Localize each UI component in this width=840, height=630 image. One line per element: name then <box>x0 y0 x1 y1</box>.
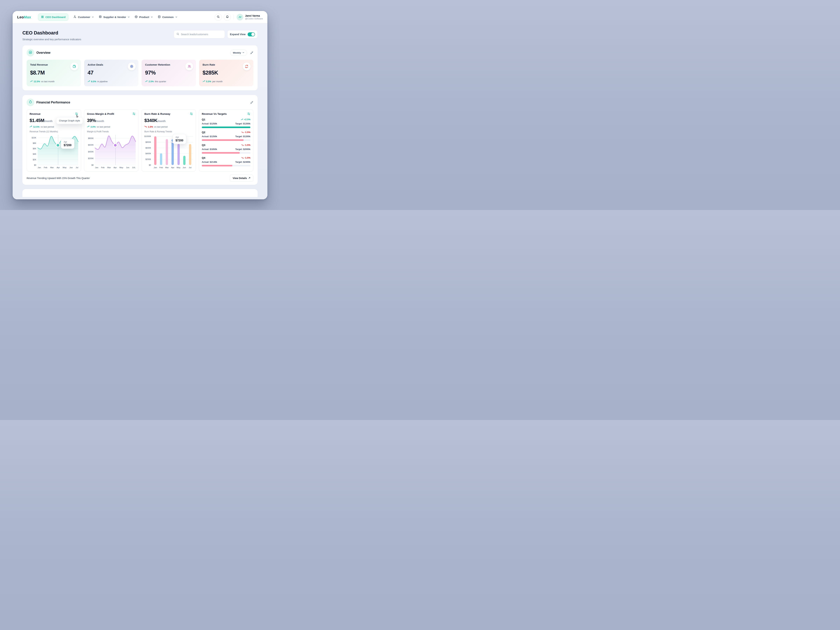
tooltip-text: Change Graph style <box>59 119 80 122</box>
page-header-actions: Expand View <box>174 30 257 38</box>
change-value: -1.5% <box>245 131 250 134</box>
nav-item-supplier-vendor[interactable]: Supplier & Vendor <box>99 15 129 19</box>
panel-title: Gross Margin & Profit <box>87 112 114 115</box>
overview-stats: Total Revenue $8.7M 12.5% vs last month … <box>27 60 253 86</box>
app-bar: LeoMax CEO Dashboard Customer Supplier &… <box>13 11 267 23</box>
stat-card-customer-retention[interactable]: Customer Retention 97% 2.5% this quarter <box>142 60 196 86</box>
search-button[interactable] <box>215 14 222 21</box>
highlight-dot <box>57 144 59 147</box>
stat-card-burn-rate[interactable]: Burn Rate $285K 5.5% per month <box>199 60 254 86</box>
change-graph-style-icon[interactable] <box>132 112 136 115</box>
user-meta: Janvi Varma @Codex Software <box>245 14 263 20</box>
wallet-icon <box>70 63 78 70</box>
trend-value: 1.5% <box>148 125 153 128</box>
change-graph-style-tooltip: Change Graph style <box>56 117 83 124</box>
search-input[interactable] <box>181 33 222 36</box>
progress-track <box>202 139 250 141</box>
nav-label: Common <box>162 16 174 19</box>
panel-revenue-vs-targets: Revenue Vs Targets Q1 +2.5% Actual <box>199 109 253 172</box>
nav-item-product[interactable]: Product <box>134 15 153 19</box>
chart-label: Margin & Profit Trends <box>87 130 136 133</box>
change-value: +2.5% <box>244 118 250 121</box>
stat-value: $8.7M <box>30 69 77 76</box>
trend-value: 3.0% <box>90 125 96 128</box>
financial-controls <box>250 101 253 104</box>
logo-leo: Leo <box>17 15 24 19</box>
trend-label: this quarter <box>155 80 166 83</box>
tooltip-value: $7200 <box>175 139 183 142</box>
grid-icon <box>41 16 44 19</box>
stat-trend: 12.5% vs last month <box>30 80 77 83</box>
overview-controls: Weekly <box>230 50 253 56</box>
plot-area <box>95 135 136 165</box>
collapse-icon[interactable] <box>250 51 253 54</box>
bar-chart-icon <box>28 51 32 55</box>
quarter-label: Q1 <box>202 118 205 121</box>
actual-value: Actual: $1850k <box>202 148 217 150</box>
progress-track <box>202 126 250 128</box>
view-details-label: View Details <box>233 177 247 180</box>
y-axis: $1000K$800K$600K$400K$200K$0 <box>144 135 152 165</box>
trend-label: vs last period <box>154 125 167 128</box>
appbar-actions: JV Janvi Varma @Codex Software <box>215 14 263 21</box>
nav-item-common[interactable]: Common <box>158 15 177 19</box>
progress-track <box>202 165 250 166</box>
panel-unit: /month <box>96 120 104 123</box>
search-box <box>174 30 225 38</box>
tooltip-month: Apr <box>64 141 71 143</box>
target-row-q2: Q2 -1.5% Actual: $1250k Target: $1200k <box>202 131 250 141</box>
change-value: -1.5% <box>245 144 250 146</box>
panel-head: Revenue Vs Targets <box>202 112 250 115</box>
trend-value: 12.5% <box>33 80 40 83</box>
app-window: LeoMax CEO Dashboard Customer Supplier &… <box>13 11 267 199</box>
financial-header: Financial Performance <box>27 98 253 106</box>
revenue-chart[interactable]: $10K$8K$6K$4K$2K$0 Apr $7200 <box>30 135 78 165</box>
view-details-button[interactable]: View Details <box>230 175 253 182</box>
margin-chart[interactable]: $800K$600K$400K$200K$0 <box>87 135 136 165</box>
period-value: Weekly <box>233 51 241 54</box>
change-graph-style-icon[interactable] <box>247 112 250 115</box>
stat-card-total-revenue[interactable]: Total Revenue $8.7M 12.5% vs last month <box>27 60 81 86</box>
user-org: @Codex Software <box>245 17 263 20</box>
target-value: Target: $2000k <box>235 148 250 150</box>
period-select[interactable]: Weekly <box>230 50 247 56</box>
stat-value: 97% <box>145 69 193 76</box>
highlight-dot <box>114 144 117 147</box>
change-graph-style-icon[interactable] <box>190 112 193 115</box>
collapse-icon[interactable] <box>250 101 253 104</box>
panel-trend: 1.5% vs last period <box>144 125 193 128</box>
progress-track <box>202 152 250 154</box>
target-row-q4: Q4 -1.5% Actual: $2140k Target: $2400k <box>202 156 250 166</box>
page-content: CEO Dashboard Strategic overview and key… <box>13 23 267 199</box>
panel-value: $340K <box>144 118 158 123</box>
panel-head: Revenue <box>30 112 78 115</box>
panel-unit: /month <box>44 120 52 123</box>
burn-rate-chart[interactable]: $1000K$800K$600K$400K$200K$0 Apr $7200 <box>144 135 193 165</box>
page-subtitle: Strategic overview and key performance i… <box>22 38 81 41</box>
quarter-change: -1.5% <box>241 156 250 159</box>
overview-header: Overview Weekly <box>27 49 253 57</box>
nav-item-customer[interactable]: Customer <box>73 15 94 19</box>
trend-down-icon <box>144 125 147 128</box>
avatar[interactable]: JV <box>237 14 243 21</box>
panel-trend: 12.5% vs last period <box>30 125 78 128</box>
footer-summary: Revenue Trending Upward With 15% Growth … <box>27 177 90 180</box>
stat-value: $285K <box>203 69 250 76</box>
chevron-down-icon <box>175 16 177 19</box>
financial-footer: Revenue Trending Upward With 15% Growth … <box>27 175 253 182</box>
trend-label: vs last period <box>41 125 54 128</box>
bar-may <box>177 144 180 165</box>
nav-item-ceo-dashboard[interactable]: CEO Dashboard <box>38 13 68 21</box>
refresh-icon <box>243 63 251 70</box>
expand-view-toggle[interactable] <box>248 32 255 36</box>
bell-icon <box>226 15 229 19</box>
quarter-label: Q2 <box>202 131 205 134</box>
notifications-button[interactable] <box>224 14 231 21</box>
panel-value-row: $340K/month <box>144 118 193 123</box>
chart-label: Revenue Trends (12 Months) <box>30 130 78 133</box>
page-header-text: CEO Dashboard Strategic overview and key… <box>22 30 81 41</box>
stat-trend: 8.5% in pipeline <box>88 80 135 83</box>
actual-value: Actual: $1250k <box>202 123 217 125</box>
stat-card-active-deals[interactable]: Active Deals 47 8.5% in pipeline <box>84 60 139 86</box>
divider <box>234 15 234 20</box>
